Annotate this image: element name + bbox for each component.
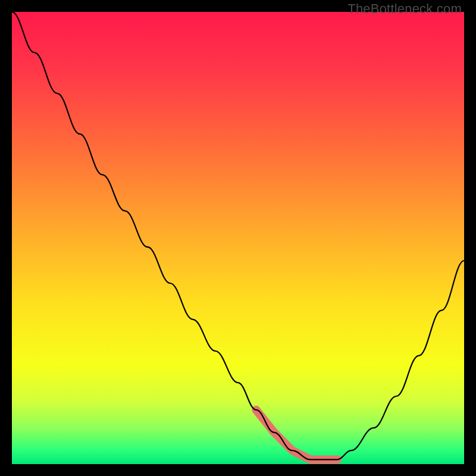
watermark-text: TheBottleneck.com <box>347 1 462 17</box>
curve-layer <box>12 12 464 464</box>
bottleneck-curve <box>12 12 464 459</box>
plot-area <box>12 12 464 464</box>
chart-frame: TheBottleneck.com <box>0 0 476 476</box>
